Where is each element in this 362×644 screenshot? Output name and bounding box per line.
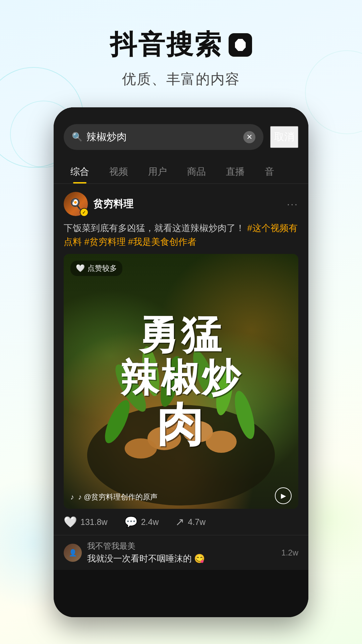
comment-content: 我不管我最美 我就没一次看时不咽唾沫的 😋 (87, 541, 276, 565)
hashtag-2[interactable]: #贫穷料理 (84, 237, 126, 247)
comment-row: 👤 我不管我最美 我就没一次看时不咽唾沫的 😋 1.2w (54, 535, 308, 570)
tab-label-视频: 视频 (109, 166, 128, 177)
tab-label-音: 音 (265, 166, 274, 177)
search-icon: 🔍 (72, 132, 82, 142)
video-thumbnail[interactable]: 勇猛 辣椒炒 肉 🤍 点赞较多 ♪ ♪ @贫穷料理创作的原声 (64, 254, 298, 509)
cancel-search-button[interactable]: 取消 (270, 126, 298, 148)
content-area: 🍳 ✓ 贫穷料理 ··· 下饭菜到底有多凶猛，就看这道辣椒炒肉了！ #这个视频有… (54, 184, 308, 570)
video-text-line3: 肉 (156, 399, 206, 450)
tab-视频[interactable]: 视频 (99, 160, 138, 183)
likes-badge: 🤍 点赞较多 (70, 261, 122, 276)
search-query: 辣椒炒肉 (86, 130, 239, 144)
clear-search-button[interactable]: ✕ (243, 131, 255, 143)
phone-mockup: 🔍 辣椒炒肉 ✕ 取消 综合 视频 用户 (54, 107, 308, 617)
subtitle: 优质、丰富的内容 (0, 70, 362, 89)
post-description: 下饭菜到底有多凶猛，就看这道辣椒炒肉了！ #这个视频有点料 #贫穷料理 #我是美… (54, 221, 308, 254)
share-count: 4.7w (188, 517, 205, 527)
likes-badge-text: 点赞较多 (87, 263, 117, 273)
phone-screen: 🔍 辣椒炒肉 ✕ 取消 综合 视频 用户 (54, 107, 308, 617)
tab-label-综合: 综合 (70, 166, 89, 177)
heart-icon: 🤍 (76, 264, 85, 273)
search-bar-area: 🔍 辣椒炒肉 ✕ 取消 (54, 107, 308, 157)
avatar-wrapper: 🍳 ✓ (64, 192, 88, 216)
comment-avatar: 👤 (64, 544, 82, 562)
logo-symbol: ♪ (237, 38, 244, 52)
tab-综合[interactable]: 综合 (60, 160, 99, 183)
share-action[interactable]: ↗ 4.7w (175, 516, 205, 528)
music-icon: ♪ (70, 493, 74, 501)
comment-text: 我就没一次看时不咽唾沫的 😋 (87, 553, 276, 565)
post-main-text: 下饭菜到底有多凶猛，就看这道辣椒炒肉了！ (64, 223, 245, 233)
like-action[interactable]: 🤍 131.8w (64, 516, 108, 528)
tab-label-直播: 直播 (226, 166, 245, 177)
header-section: 抖音搜索 ♪ 优质、丰富的内容 (0, 0, 362, 102)
play-button[interactable]: ▶ (275, 487, 292, 504)
sound-text: ♪ @贫穷料理创作的原声 (78, 492, 158, 502)
video-background: 勇猛 辣椒炒 肉 (64, 254, 298, 509)
commenter-username: 我不管我最美 (87, 541, 135, 550)
creator-info: 🍳 ✓ 贫穷料理 (64, 192, 133, 216)
creator-name: 贫穷料理 (93, 197, 133, 211)
avatar-icon: 🍳 (69, 198, 82, 210)
commenter-avatar-icon: 👤 (69, 549, 77, 557)
tab-商品[interactable]: 商品 (177, 160, 216, 183)
more-options-icon[interactable]: ··· (287, 198, 298, 210)
video-text-line2: 辣椒炒 (120, 357, 242, 399)
video-title-overlay: 勇猛 辣椒炒 肉 (64, 254, 298, 509)
search-input-wrapper[interactable]: 🔍 辣椒炒肉 ✕ (64, 124, 263, 150)
play-icon: ▶ (281, 492, 286, 500)
hashtag-3[interactable]: #我是美食创作者 (128, 237, 196, 247)
tab-label-用户: 用户 (148, 166, 167, 177)
heart-action-icon: 🤍 (64, 516, 77, 528)
commenter-name: 我不管我最美 (87, 541, 276, 551)
tab-直播[interactable]: 直播 (216, 160, 255, 183)
comment-count: 2.4w (141, 517, 159, 527)
tiktok-logo-icon: ♪ (229, 33, 252, 57)
comment-like-count: 1.2w (281, 548, 298, 557)
close-icon: ✕ (246, 133, 252, 142)
tabs-area: 综合 视频 用户 商品 直播 音 (54, 157, 308, 184)
creator-card: 🍳 ✓ 贫穷料理 ··· (54, 184, 308, 221)
tab-label-商品: 商品 (187, 166, 206, 177)
phone-frame: 🔍 辣椒炒肉 ✕ 取消 综合 视频 用户 (54, 107, 308, 617)
verified-badge: ✓ (80, 208, 88, 217)
video-text-line1: 勇猛 (138, 312, 224, 357)
tab-用户[interactable]: 用户 (138, 160, 177, 183)
main-title-row: 抖音搜索 ♪ (0, 27, 362, 63)
like-count: 131.8w (80, 517, 108, 527)
share-action-icon: ↗ (175, 516, 184, 528)
comment-action[interactable]: 💬 2.4w (124, 516, 159, 528)
tab-音[interactable]: 音 (255, 160, 284, 183)
action-bar: 🤍 131.8w 💬 2.4w ↗ 4.7w (54, 509, 308, 535)
sound-bar: ♪ ♪ @贫穷料理创作的原声 (70, 492, 278, 502)
app-title: 抖音搜索 (110, 27, 223, 63)
comment-action-icon: 💬 (124, 516, 138, 528)
